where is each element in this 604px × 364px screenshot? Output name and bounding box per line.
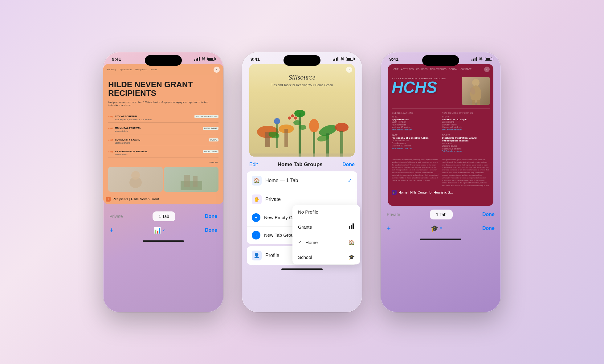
dropdown-school[interactable]: School 🎓: [292, 250, 360, 264]
grant-name-2: MT. MURAL FESTIVAL: [115, 127, 141, 129]
signal-icon-2: [333, 57, 338, 61]
panel-item-private[interactable]: ✋ Private No Profile Grants: [247, 190, 357, 209]
school-hero: HILLS CENTER FOR HEURISTIC STUDIES HCHS: [388, 75, 493, 107]
tab-count-3: 1 Tab: [430, 210, 453, 219]
close-button-school[interactable]: ×: [484, 67, 490, 72]
close-button-sillsource[interactable]: ×: [346, 67, 352, 73]
grant-text-1: CITY ARBORETUM Alice Reynolds, Isabel Fo…: [115, 113, 194, 121]
nav-link-recipients: Recipients: [135, 68, 147, 71]
wifi-icon-1: ⌘: [202, 57, 206, 61]
svg-rect-32: [472, 100, 475, 105]
sillsource-content: Sillsource Tips and Tools for Keeping Yo…: [249, 64, 355, 157]
svg-rect-14: [313, 132, 315, 157]
grant-sub-3: Joanna Siemens: [115, 142, 209, 144]
battery-icon-1: [207, 57, 215, 61]
course-name-201: Philosophy of Collective Action: [392, 137, 439, 140]
private-label-1: Private: [109, 214, 123, 219]
school-label-text: Home | Hills Center for Heuristic S...: [398, 190, 453, 194]
svg-rect-27: [349, 226, 350, 229]
add-tab-button-1[interactable]: +: [109, 226, 113, 234]
done-text-1[interactable]: Done: [205, 227, 217, 233]
bar-chart-icon: [349, 223, 355, 229]
svg-rect-9: [299, 113, 301, 157]
course-link-201[interactable]: Set Calendar reminder: [392, 147, 412, 149]
phone-2: 9:41 ⌘ ‹ 🔖 × Sillsource Tips and Tools f…: [242, 52, 362, 312]
tab-grid-group[interactable]: 📊 ∨: [153, 227, 165, 234]
home-indicator-3: [420, 239, 461, 240]
done-text-3[interactable]: Done: [482, 226, 495, 231]
dropdown-home-label: Home: [305, 240, 318, 245]
grant-number-4: ● 04: [108, 150, 113, 153]
signal-icon-1: [194, 57, 200, 61]
view-all-link[interactable]: VIEW ALL: [209, 162, 218, 164]
home-indicator-2: [281, 268, 323, 270]
dropdown-no-profile[interactable]: No Profile: [292, 205, 360, 219]
sillsource-subtitle: Tips and Tools for Keeping Your Home Gre…: [255, 83, 349, 88]
school-course-201: IN-201 Philosophy of Collective Action D…: [392, 134, 439, 150]
grant-sculpture-icon: [125, 169, 146, 190]
panel-private-label: Private: [265, 197, 281, 202]
course-desc-201: Four-day courseMaximum 50 studentsSet Ca…: [392, 142, 439, 150]
course-link-144[interactable]: Set Calendar reminder: [442, 129, 462, 131]
svg-rect-8: [284, 129, 288, 147]
home-indicator-1: [143, 240, 184, 242]
done-button-3[interactable]: Done: [482, 212, 495, 217]
school-nav: HOME ACTIVITIES COURSES FELLOWSHIPS PORT…: [392, 68, 471, 71]
svg-point-25: [291, 114, 294, 117]
new-empty-plus-icon: +: [252, 213, 260, 222]
grant-badge-4: LOCAL EVENT: [203, 150, 218, 153]
svg-point-12: [299, 125, 306, 130]
add-tab-button-3[interactable]: +: [387, 224, 391, 232]
grants-content: HILDE NEVEN GRANT RECIPIENTS Last year, …: [103, 75, 223, 197]
grant-item-1: ● 01 CITY ARBORETUM Alice Reynolds, Isab…: [108, 111, 218, 123]
course-id-144: IN-144: [442, 115, 490, 118]
battery-icon-3: [485, 57, 492, 61]
svg-rect-29: [353, 223, 354, 229]
school-profile-icon: 🎓: [431, 225, 439, 232]
school-course-144: IN-144 Introduction to Logic Eugene Lian…: [442, 115, 490, 131]
svg-rect-23: [249, 153, 355, 157]
grant-number-2: ● 02: [108, 127, 113, 130]
school-nav-fellowships: FELLOWSHIPS: [430, 68, 446, 71]
school-nav-activities: ACTIVITIES: [401, 68, 414, 71]
grants-card-label: ● Recipients | Hilde Neven Grant: [103, 197, 223, 204]
status-icons-1: ⌘: [194, 57, 215, 61]
section-title-online: ONLINE LEARNING: [392, 112, 439, 114]
course-link-311[interactable]: Set Calendar reminder: [392, 129, 412, 131]
done-button-1[interactable]: Done: [205, 214, 217, 219]
school-logo-text: HCHS: [392, 80, 459, 95]
school-nav-contact: CONTACT: [460, 68, 471, 71]
close-button-grants[interactable]: ×: [214, 67, 220, 73]
course-instructor-311: Suomi Heininen: [392, 121, 439, 123]
school-card-label: 🎓 Home | Hills Center for Heuristic S...: [388, 188, 493, 197]
panel-list: 🏠 Home — 1 Tab ✓ ✋ Private No Profile Gr…: [247, 171, 357, 244]
battery-icon-2: [346, 57, 353, 61]
status-icons-2: ⌘: [333, 57, 353, 61]
home-check-icon: ✓: [298, 240, 302, 245]
panel-done-button[interactable]: Done: [342, 162, 355, 167]
phone-3: 9:41 ⌘ HOME ACTIVITIES COURSES FELLOWSHI…: [381, 52, 501, 312]
school-nav-portal: PORTAL: [449, 68, 458, 71]
panel-item-home[interactable]: 🏠 Home — 1 Tab ✓: [247, 171, 357, 190]
grant-image-1: [108, 167, 163, 192]
grant-badge-2: LOCAL EVENT: [203, 127, 218, 130]
grants-card: Funding Application Recipients Home × HI…: [103, 64, 223, 204]
tab-grid-group-3[interactable]: 🎓 ∨: [431, 225, 442, 232]
panel-edit-button[interactable]: Edit: [249, 162, 258, 167]
course-name-144: Introduction to Logic: [442, 118, 490, 121]
svg-point-24: [288, 117, 291, 120]
course-id-201: IN-201: [392, 134, 439, 137]
grant-badge-3: MURAL: [209, 138, 218, 141]
panel-private-text: Private: [265, 197, 352, 202]
svg-point-13: [309, 119, 319, 133]
course-link-gr222[interactable]: Set Calendar reminder: [442, 150, 462, 152]
dropdown-home[interactable]: ✓ Home 🏠: [292, 235, 360, 250]
tab-count-container-3: 1 Tab: [400, 210, 482, 219]
dropdown-no-profile-label: No Profile: [298, 209, 318, 215]
grants-icon-dropdown: [349, 223, 355, 231]
dropdown-grants-label: Grants: [298, 224, 312, 230]
svg-point-19: [274, 118, 280, 124]
svg-point-17: [335, 123, 349, 132]
grants-profile-icon: 📊: [153, 227, 161, 234]
dropdown-grants[interactable]: Grants: [292, 219, 360, 235]
